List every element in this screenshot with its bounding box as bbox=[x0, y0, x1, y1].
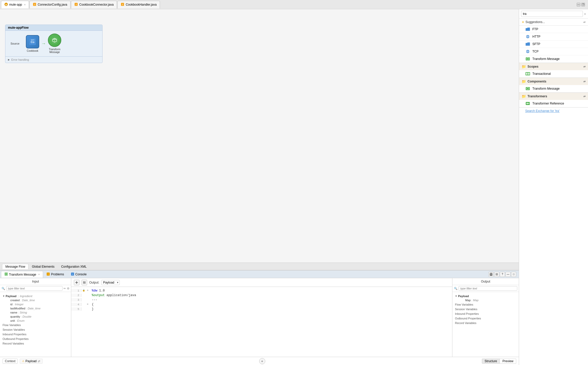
tab-global-elements[interactable]: Global Elements bbox=[28, 264, 58, 269]
edit-icon[interactable]: ✏ bbox=[64, 287, 66, 290]
palette-clear-btn[interactable]: × bbox=[584, 12, 586, 16]
transformers-expand[interactable]: ⇄ bbox=[583, 95, 585, 98]
palette-transformer-ref[interactable]: Transformer Reference bbox=[519, 100, 588, 107]
svg-text:M: M bbox=[5, 4, 7, 6]
quantity-name: quantity bbox=[10, 315, 20, 318]
transform-icon bbox=[48, 34, 61, 47]
tab-mule-app-close[interactable]: × bbox=[24, 3, 26, 6]
fold-icon-1[interactable]: ⊖ bbox=[86, 289, 90, 292]
suggestions-header[interactable]: ★ Suggestions... ⇄ bbox=[519, 19, 588, 26]
restore-button[interactable]: ❐ bbox=[581, 3, 585, 6]
minimize-panel-btn[interactable]: — bbox=[505, 272, 511, 277]
transformers-folder-icon: 📁 bbox=[522, 94, 526, 98]
scopes-expand[interactable]: ⇄ bbox=[583, 65, 585, 68]
palette-search-input[interactable] bbox=[521, 11, 583, 17]
transform-node[interactable]: TransformMessage bbox=[48, 34, 61, 54]
output-label: Output: bbox=[89, 281, 99, 284]
line-content-4: { bbox=[90, 303, 94, 306]
error-handling[interactable]: ▶ Error handling bbox=[5, 56, 102, 63]
tab-console[interactable]: > Console bbox=[67, 271, 90, 278]
line-num-3: 3 bbox=[71, 298, 82, 301]
console-tab-label: Console bbox=[75, 273, 87, 276]
search-exchange-link[interactable]: Search Exchange for 'tra' bbox=[519, 108, 588, 114]
palette-transform-msg-suggest[interactable]: Transform Message bbox=[519, 55, 588, 63]
bottom-panel-tabs: Transform Message × ! Problems > Console bbox=[0, 270, 519, 278]
tree-name: name : String bbox=[3, 310, 68, 315]
palette-transactional[interactable]: Transactional bbox=[519, 70, 588, 78]
fold-icon-4[interactable]: ⊖ bbox=[86, 303, 90, 306]
tree-outbound-properties[interactable]: Outbound Properties bbox=[3, 337, 68, 341]
payload-badge-tilde: ⇄ bbox=[38, 359, 40, 363]
tree-lastmodified: lastModified : Date_time bbox=[3, 306, 68, 310]
problems-tab-icon: ! bbox=[46, 272, 50, 277]
bottom-transform-area: Transform Message × ! Problems > Console bbox=[0, 270, 519, 365]
components-expand[interactable]: ⇄ bbox=[583, 80, 585, 83]
output-map-type: Map : Map bbox=[455, 298, 516, 302]
tree-unit: unit : Enum bbox=[3, 319, 68, 323]
help-panel-btn[interactable]: ? bbox=[500, 272, 505, 277]
svg-rect-25 bbox=[76, 281, 77, 284]
transform-tab-close[interactable]: × bbox=[38, 273, 40, 276]
minimize-button[interactable]: — bbox=[577, 3, 580, 6]
output-flow-variables[interactable]: Flow Variables bbox=[455, 302, 516, 307]
tree-record-variables[interactable]: Record Variables bbox=[3, 341, 68, 346]
main-tab-bar: M mule-app × J ConnectorConfig.java J Co… bbox=[0, 0, 588, 9]
svg-text:nect: nect bbox=[31, 39, 34, 41]
tab-cookbook-handler-label: CookbookHandler.java bbox=[126, 3, 157, 6]
tab-global-elements-label: Global Elements bbox=[32, 265, 54, 268]
suggestions-label: Suggestions... bbox=[525, 20, 545, 24]
palette-sftp[interactable]: SFTP bbox=[519, 40, 588, 48]
palette-http[interactable]: HTTP bbox=[519, 33, 588, 40]
output-search-icon: 🔍 bbox=[454, 287, 458, 290]
output-session-variables[interactable]: Session Variables bbox=[455, 307, 516, 311]
code-editor[interactable]: 1 🔒 ⊖ %dw 1.0 2 %output application/java bbox=[71, 287, 452, 357]
code-line-4: 4 ⊖ { bbox=[71, 303, 452, 307]
output-payload-name: Payload bbox=[458, 295, 469, 298]
preview-btn[interactable]: Preview bbox=[500, 359, 516, 364]
output-inbound-properties[interactable]: Inbound Properties bbox=[455, 311, 516, 316]
structure-btn[interactable]: Structure bbox=[482, 359, 500, 364]
output-record-variables[interactable]: Record Variables bbox=[455, 321, 516, 325]
save-panel-btn[interactable] bbox=[489, 272, 494, 277]
palette-tcp[interactable]: TCP bbox=[519, 48, 588, 55]
payload-badge-icon: ⚠ bbox=[22, 360, 24, 362]
toolbar-add-btn[interactable] bbox=[74, 280, 79, 285]
palette-ftp[interactable]: FTP bbox=[519, 26, 588, 33]
output-outbound-properties[interactable]: Outbound Properties bbox=[455, 316, 516, 321]
svg-text:J: J bbox=[122, 4, 123, 5]
tab-cookbook-handler[interactable]: J CookbookHandler.java bbox=[117, 1, 160, 8]
tree-inbound-properties[interactable]: Inbound Properties bbox=[3, 332, 68, 337]
suggestions-expand[interactable]: ⇄ bbox=[583, 21, 585, 24]
payload-node[interactable]: ▼ Payload : Ingredient bbox=[3, 294, 68, 298]
created-type: : Date_time bbox=[21, 299, 35, 302]
toolbar-list-btn[interactable] bbox=[82, 280, 87, 285]
input-search-field[interactable] bbox=[6, 286, 63, 291]
output-select[interactable]: Payload bbox=[101, 280, 120, 285]
palette-transform-msg-comp[interactable]: Transform Message bbox=[519, 85, 588, 92]
payload-type: Ingredient bbox=[20, 295, 32, 298]
map-type: : Map bbox=[471, 299, 479, 302]
tab-message-flow[interactable]: Message Flow bbox=[2, 264, 28, 269]
output-header: Output bbox=[452, 278, 519, 285]
settings-icon[interactable]: ⚙ bbox=[67, 287, 69, 290]
transformers-header[interactable]: 📁 Transformers ⇄ bbox=[519, 93, 588, 100]
tree-session-variables[interactable]: Session Variables bbox=[3, 327, 68, 332]
cookbook-node[interactable]: Co nect Cookbook bbox=[26, 35, 39, 52]
map-label: Map bbox=[465, 299, 471, 302]
input-search-icon: 🔍 bbox=[2, 287, 5, 290]
tree-flow-variables[interactable]: Flow Variables bbox=[3, 323, 68, 327]
scopes-header[interactable]: 📁 Scopes ⇄ bbox=[519, 63, 588, 70]
tab-cookbook-connector[interactable]: J CookbookConnector.java bbox=[71, 1, 117, 8]
output-payload-node[interactable]: ▼ Payload bbox=[455, 294, 516, 298]
tab-configuration-xml[interactable]: Configuration XML bbox=[58, 264, 90, 269]
tab-connector-config[interactable]: J ConnectorConfig.java bbox=[29, 1, 70, 8]
tab-problems[interactable]: ! Problems bbox=[43, 271, 67, 278]
add-output-btn[interactable]: + bbox=[259, 358, 265, 364]
components-header[interactable]: 📁 Components ⇄ bbox=[519, 78, 588, 85]
input-panel: Input 🔍 ✏ ⚙ ▼ Payload : Ingredien bbox=[0, 278, 71, 357]
tab-mule-app[interactable]: M mule-app × bbox=[1, 1, 29, 8]
tab-transform-message[interactable]: Transform Message × bbox=[1, 271, 43, 278]
grid-panel-btn[interactable] bbox=[494, 272, 499, 277]
output-search-field[interactable] bbox=[459, 286, 517, 291]
maximize-panel-btn[interactable]: □ bbox=[511, 272, 516, 277]
